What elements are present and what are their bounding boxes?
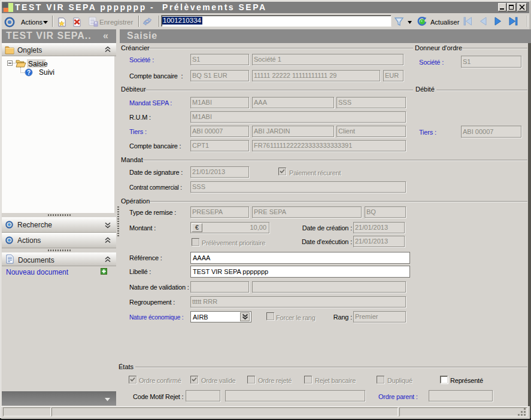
- svg-text:?: ?: [27, 69, 31, 76]
